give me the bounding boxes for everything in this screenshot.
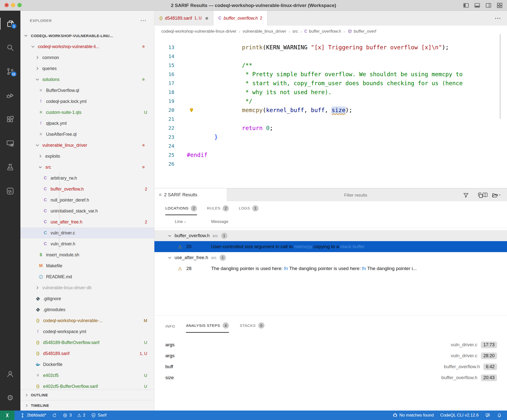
tree-item-use_after_free.h[interactable]: Cuse_after_free.h2 <box>20 216 154 227</box>
tree-item-solutions[interactable]: solutions <box>20 74 154 85</box>
message-link[interactable]: stack buffer <box>340 244 365 249</box>
tree-item-codeql-workshop-vulnerable-...[interactable]: {}codeql-workshop-vulnerable-...M <box>20 315 154 326</box>
copy-icon[interactable] <box>477 192 484 199</box>
analysis-step-size[interactable]: sizebuffer_overflow.h20:43 <box>154 372 507 383</box>
activity-source-control[interactable]: 11 <box>0 66 20 77</box>
outline-section-header[interactable]: OUTLINE <box>20 390 154 400</box>
tree-item-bufferoverflow.ql[interactable]: ≡BufferOverflow.ql <box>20 85 154 96</box>
step-location-badge[interactable]: 6:42 <box>483 363 497 370</box>
tree-item-d548189-bufferoverflow.sarif[interactable]: {}d548189-BufferOverflow.sarifU <box>20 337 154 348</box>
tree-item-qlpack.yml[interactable]: !qlpack.yml <box>20 118 154 129</box>
activity-run-and-debug[interactable] <box>0 89 20 101</box>
tree-item-vulnerable_linux_driver[interactable]: vulnerable_linux_driver <box>20 140 154 151</box>
analysis-step-buff[interactable]: buffbuffer_overflow.h6:42 <box>154 361 507 372</box>
editor-more-actions-icon[interactable]: ⋯ <box>495 14 501 22</box>
explorer-more-actions-icon[interactable]: ⋯ <box>140 17 146 24</box>
layout-grid-icon[interactable] <box>496 2 503 9</box>
message-link[interactable]: fn <box>284 266 288 271</box>
tree-item-useafterfree.ql[interactable]: ≡UseAfterFree.ql <box>20 129 154 140</box>
tree-item-common[interactable]: common <box>20 52 154 63</box>
result-group-use_after_free.h[interactable]: use_after_free.hsrc1 <box>154 252 507 263</box>
tree-item-d548189.sarif[interactable]: {}d548189.sarif1, U <box>20 348 154 359</box>
tree-item-dockerfile[interactable]: Dockerfile <box>20 359 154 370</box>
tree-item-custom-suite-1.qls[interactable]: ≡custom-suite-1.qlsU <box>20 107 154 118</box>
tree-item-.gitignore[interactable]: .gitignore <box>20 293 154 304</box>
analysis-step-args[interactable]: argsvuln_driver.c17:73 <box>154 339 507 350</box>
filter-results-input[interactable]: Filter results <box>344 188 367 202</box>
tree-item-exploits[interactable]: exploits <box>20 151 154 162</box>
activity-accounts[interactable] <box>0 368 20 380</box>
results-tab-logs[interactable]: LOGS1 <box>239 201 258 215</box>
tree-item-.gitmodules[interactable]: .gitmodules <box>20 304 154 315</box>
activity-remote-explorer[interactable] <box>0 137 20 149</box>
tree-item-vuln_driver.c[interactable]: Cvuln_driver.c <box>20 227 154 238</box>
status-github-status[interactable]: No matches found <box>392 413 434 418</box>
tree-item-vuln_driver.h[interactable]: Cvuln_driver.h <box>20 238 154 249</box>
tree-item-codeql-workspace.yml[interactable]: !codeql-workspace.yml <box>20 326 154 337</box>
activity-search[interactable] <box>0 42 20 54</box>
status-sarif[interactable]: Sarif <box>91 413 107 418</box>
code-editor[interactable]: 13 printk(KERN_WARNING "[x] Triggering b… <box>154 37 507 188</box>
tree-item-codeql-workshop-vulnerable-linu...[interactable]: CODEQL-WORKSHOP-VULNERABLE-LINU... <box>20 30 154 41</box>
activity-extensions[interactable] <box>0 113 20 125</box>
step-location-badge[interactable]: 17:73 <box>481 342 497 348</box>
panel-tab-sarif-results[interactable]: ≡ 2 SARIF Results <box>154 188 227 201</box>
editor-scrollbar[interactable] <box>500 34 501 119</box>
breadcrumb-item[interactable]: buffer_overf <box>347 29 376 34</box>
modified-dot-icon[interactable] <box>205 17 208 20</box>
layout-bottom-icon[interactable] <box>474 2 481 9</box>
highlighted-symbol-size[interactable]: size <box>332 107 345 113</box>
editor-tab-buffer_overflow.h[interactable]: Cbuffer_overflow.h2 <box>213 11 267 26</box>
tree-item-e402cf5[interactable]: ≡e402cf5U <box>20 370 154 381</box>
activity-codeql[interactable]: QL <box>0 185 20 197</box>
timeline-section-header[interactable]: TIMELINE <box>20 400 154 411</box>
layout-right-icon[interactable] <box>485 2 492 9</box>
step-location-badge[interactable]: 20:43 <box>481 374 497 381</box>
breadcrumb-item[interactable]: src <box>292 29 298 34</box>
result-row-line-20[interactable]: ⚠20User-controlled size argument in call… <box>154 241 507 252</box>
status-git-branch[interactable]: 2bbfdadd* <box>20 413 46 418</box>
tree-item-null_pointer_deref.h[interactable]: Cnull_pointer_deref.h <box>20 195 154 206</box>
result-row-line-28[interactable]: ⚠28The dangling pointer is used here: fn… <box>154 263 507 274</box>
editor-tab-d548189.sarif[interactable]: {}d548189.sarif1, U <box>154 11 213 26</box>
tree-item-arbitrary_rw.h[interactable]: Carbitrary_rw.h <box>20 173 154 184</box>
step-location-badge[interactable]: 28:20 <box>481 352 497 359</box>
status-sync[interactable] <box>52 413 57 418</box>
activity-explorer[interactable]: 1 <box>0 18 20 30</box>
detail-tab-analysis-steps[interactable]: ANALYSIS STEPS4 <box>186 322 229 333</box>
status-warnings[interactable]: ⚠2 <box>77 413 85 418</box>
detail-tab-info[interactable]: INFO <box>165 324 175 333</box>
tree-item-vulnerable-linux-driver-db[interactable]: vulnerable-linux-driver-db <box>20 282 154 293</box>
filter-icon[interactable] <box>463 192 469 199</box>
status-feedback[interactable] <box>485 413 490 418</box>
message-link[interactable]: memcpy <box>294 244 312 249</box>
status-codeql-cli-version[interactable]: CodeQL CLI v2.12.6 <box>440 413 479 418</box>
tree-item-buffer_overflow.h[interactable]: Cbuffer_overflow.h2 <box>20 184 154 195</box>
breadcrumb-item[interactable]: Cbuffer_overflow.h <box>304 29 341 34</box>
results-tab-rules[interactable]: RULES2 <box>207 201 229 215</box>
tree-item-readme.md[interactable]: README.md <box>20 271 154 282</box>
activity-testing[interactable] <box>0 161 20 173</box>
tree-item-codeql-workshop-vulnerable-li...[interactable]: codeql-workshop-vulnerable-li... <box>20 41 154 52</box>
status-errors[interactable]: 3 <box>63 413 72 418</box>
open-folder-icon[interactable] <box>492 192 498 199</box>
message-link[interactable]: fn <box>362 266 366 271</box>
status-remote-indicator[interactable] <box>0 411 14 420</box>
layout-left-icon[interactable] <box>463 2 469 9</box>
tree-item-queries[interactable]: queries <box>20 63 154 74</box>
detail-tab-stacks[interactable]: STACKS0 <box>240 322 264 333</box>
tree-item-makefile[interactable]: MMakefile <box>20 260 154 271</box>
breadcrumb-item[interactable]: codeql-workshop-vulnerable-linux-driver <box>161 29 236 34</box>
column-line[interactable]: Line ↓ <box>175 219 211 224</box>
result-group-buffer_overflow.h[interactable]: buffer_overflow.hsrc1 <box>154 230 507 241</box>
tree-item-insert_module.sh[interactable]: $insert_module.sh <box>20 249 154 260</box>
tree-item-codeql-pack.lock.yml[interactable]: !codeql-pack.lock.yml <box>20 96 154 107</box>
breadcrumb-item[interactable]: vulnerable_linux_driver <box>243 29 286 34</box>
results-tab-locations[interactable]: LOCATIONS2 <box>165 201 197 215</box>
analysis-step-args[interactable]: argsvuln_driver.c28:20 <box>154 350 507 361</box>
column-message[interactable]: Message <box>211 219 228 224</box>
status-notifications[interactable] <box>497 413 502 418</box>
tree-item-uninitialised_stack_var.h[interactable]: Cuninitialised_stack_var.h <box>20 206 154 216</box>
tree-item-src[interactable]: src <box>20 162 154 173</box>
activity-manage[interactable]: ⚙ <box>0 392 20 404</box>
